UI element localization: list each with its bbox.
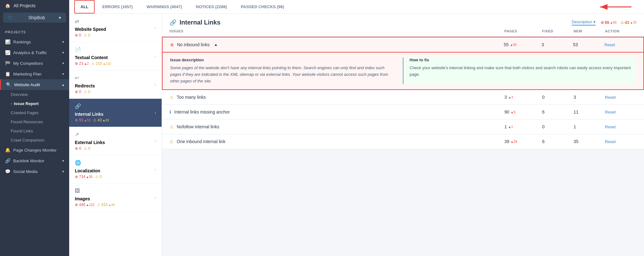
left-panel-item-external-links[interactable]: ↗ External Links ⊗ 0 ⚠ 0 ›	[69, 127, 162, 155]
error-stat: ⊗ 446 ▲122	[75, 203, 94, 207]
pages-delta: ▲1	[508, 125, 513, 129]
chevron-right-icon: ›	[155, 167, 156, 172]
error-stat: ⊗ 55 ▲50	[75, 118, 91, 122]
warning-icon: ⚠	[169, 124, 174, 129]
sidebar-item-page-changes[interactable]: 🔔 Page Changes Monitor	[0, 145, 69, 155]
header-warning-stat: ⚠ 43 ▲33	[620, 20, 637, 25]
action-cell: Reset	[604, 42, 636, 47]
description-button[interactable]: Description ▾	[572, 19, 596, 25]
competitors-icon: 🏁	[5, 61, 10, 66]
reset-button[interactable]: Reset	[605, 125, 616, 129]
how-to-fix-text: Check your website's internal linking an…	[410, 65, 636, 78]
page-changes-icon: 🔔	[5, 147, 10, 153]
sidebar-item-analytics[interactable]: 📈 Analytics & Traffic ▾	[0, 47, 69, 58]
table-row-nofollow[interactable]: ⚠ Nofollow internal links 1 ▲1 0 1 Reset	[162, 120, 644, 134]
sidebar-subitem-overview[interactable]: Overview	[0, 90, 69, 99]
detail-right: How to fix Check your website's internal…	[403, 58, 636, 84]
table-row-no-inbound[interactable]: ⊗ No inbound links ▲ 55 ▲50 3 53 Reset	[162, 37, 644, 53]
issue-desc-title: Issue description	[170, 58, 397, 62]
item-left: 🔗 Internal Links ⊗ 55 ▲50 ⚠ 43 ▲33	[75, 103, 109, 122]
issue-label: No inbound links	[177, 42, 210, 47]
sidebar-subitem-crawl-comparison[interactable]: Crawl Comparison	[0, 136, 69, 145]
item-title: Localization	[75, 168, 102, 173]
pages-count: 39	[504, 139, 509, 144]
pages-cell: 3 ▲3	[504, 95, 542, 100]
left-panel-item-redirects[interactable]: ↩ Redirects ⊗ 0 ⚠ 0 ›	[69, 70, 162, 99]
left-panel: ⇄ Website Speed ⊗ 0 ⚠ 0 › 📄 Textual Cont…	[69, 14, 162, 256]
left-panel-item-internal-links[interactable]: 🔗 Internal Links ⊗ 55 ▲50 ⚠ 43 ▲33 ›	[69, 99, 162, 127]
sidebar-item-website-audit[interactable]: 🔍 Website Audit ▴	[0, 79, 69, 90]
pages-cell: 90 ▲5	[504, 109, 542, 114]
link-icon: 🔗	[169, 19, 176, 26]
reset-button[interactable]: Reset	[604, 42, 615, 47]
sidebar-item-social[interactable]: 💬 Social Media ▾	[0, 166, 69, 177]
project-name: ShipBob	[28, 15, 45, 20]
error-count: 55	[605, 20, 609, 25]
table-row-missing-anchor[interactable]: ℹ Internal links missing anchor 90 ▲5 6 …	[162, 105, 644, 120]
sidebar-item-rankings[interactable]: 📊 Rankings ▾	[0, 36, 69, 47]
sidebar-item-label: Analytics & Traffic	[13, 50, 47, 55]
sidebar-item-label: My Competitors	[13, 61, 43, 66]
item-title: Internal Links	[75, 112, 109, 117]
tab-notices[interactable]: NOTICES (2288)	[190, 0, 233, 14]
pages-delta: ▲5	[511, 110, 515, 114]
sidebar-item-backlink[interactable]: 🔗 Backlink Monitor ▾	[0, 155, 69, 166]
error-circle-icon: ⊗	[170, 42, 174, 47]
item-title: External Links	[75, 140, 105, 145]
table-row-one-inbound[interactable]: ⚠ One inbound internal link 39 ▲29 6 35 …	[162, 134, 644, 149]
sidebar-all-projects[interactable]: 🏠 All Projects	[0, 0, 69, 11]
fixed-cell: 0	[542, 124, 574, 129]
item-left: 🖼 Images ⊗ 446 ▲122 ⚠ 810 ▲64	[75, 188, 115, 207]
tab-all[interactable]: ALL	[74, 0, 95, 14]
pages-count: 3	[504, 95, 507, 100]
warning-triangle-icon: ⚠	[620, 20, 624, 25]
chevron-icon: ▾	[62, 170, 64, 174]
table-header: ISSUES PAGES FIXED NEW ACTION	[162, 26, 644, 37]
pages-delta: ▲29	[511, 140, 517, 143]
left-panel-item-images[interactable]: 🖼 Images ⊗ 446 ▲122 ⚠ 810 ▲64 ›	[69, 184, 162, 212]
section-title-text: Internal Links	[180, 19, 220, 26]
tab-passed[interactable]: PASSED CHECKS (96)	[235, 0, 291, 14]
table-row-too-many-links[interactable]: ⚠ Too many links 3 ▲3 0 3 Reset	[162, 90, 644, 105]
sidebar-subitem-crawled-pages[interactable]: Crawled Pages	[0, 108, 69, 117]
new-cell: 1	[574, 124, 605, 129]
localization-icon: 🌐	[75, 160, 102, 166]
marketing-icon: 📋	[5, 71, 10, 76]
item-stats: ⊗ 734 ▲55 ⚠ 0	[75, 175, 102, 179]
expanded-details: Issue description Some pages of the webs…	[162, 53, 644, 90]
social-icon: 💬	[5, 169, 10, 174]
issue-name: ⚠ Nofollow internal links	[169, 124, 504, 129]
chevron-down-icon: ▾	[593, 19, 596, 24]
top-tabbar: ALL ERRORS (1657) WARNINGS (4047) NOTICE…	[69, 0, 644, 14]
left-panel-item-website-speed[interactable]: ⇄ Website Speed ⊗ 0 ⚠ 0 ›	[69, 14, 162, 42]
reset-button[interactable]: Reset	[605, 110, 616, 114]
left-panel-item-textual[interactable]: 📄 Textual Content ⊗ 23 ▲2 ⚠ 210 ▲110 ›	[69, 42, 162, 70]
fixed-cell: 0	[542, 95, 574, 100]
sidebar-item-label: Social Media	[13, 169, 37, 174]
left-panel-item-localization[interactable]: 🌐 Localization ⊗ 734 ▲55 ⚠ 0 ›	[69, 155, 162, 184]
item-title: Textual Content	[75, 55, 111, 60]
sidebar-subitem-issue-report[interactable]: Issue Report	[0, 99, 69, 108]
issue-label: Nofollow internal links	[177, 124, 219, 129]
sidebar-subitem-found-resources[interactable]: Found Resources	[0, 117, 69, 126]
tab-errors[interactable]: ERRORS (1657)	[96, 0, 139, 14]
warning-stat: ⚠ 0	[95, 175, 102, 179]
reset-button[interactable]: Reset	[605, 95, 616, 100]
sidebar-item-competitors[interactable]: 🏁 My Competitors ▾	[0, 58, 69, 69]
reset-button[interactable]: Reset	[605, 139, 616, 144]
chevron-icon: ▾	[62, 40, 64, 44]
project-selector[interactable]: 🛡 ShipBob ▾	[3, 13, 66, 23]
right-panel: 🔗 Internal Links Description ▾ ⊗ 55 ▲50	[162, 14, 644, 256]
speed-icon: ⇄	[75, 18, 106, 24]
chevron-icon: ▾	[62, 51, 64, 55]
item-left: ⇄ Website Speed ⊗ 0 ⚠ 0	[75, 18, 106, 37]
issue-desc-text: Some pages of the website don't have any…	[170, 65, 397, 84]
new-cell: 11	[574, 109, 605, 114]
issue-name: ⚠ One inbound internal link	[169, 139, 504, 144]
tab-warnings[interactable]: WARNINGS (4047)	[140, 0, 188, 14]
item-stats: ⊗ 0 ⚠ 0	[75, 33, 106, 37]
sidebar-item-marketing[interactable]: 📋 Marketing Plan ▾	[0, 69, 69, 79]
warning-stat: ⚠ 0	[84, 146, 90, 151]
chevron-up-icon: ▲	[214, 42, 218, 47]
sidebar-subitem-found-links[interactable]: Found Links	[0, 126, 69, 136]
